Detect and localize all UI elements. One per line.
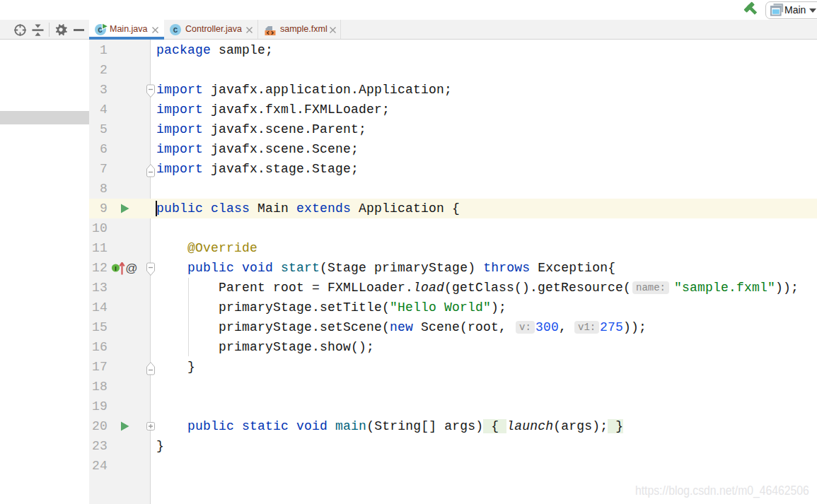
svg-text:C: C — [173, 26, 178, 35]
svg-text:@: @ — [125, 262, 137, 275]
svg-text:I: I — [115, 265, 117, 272]
